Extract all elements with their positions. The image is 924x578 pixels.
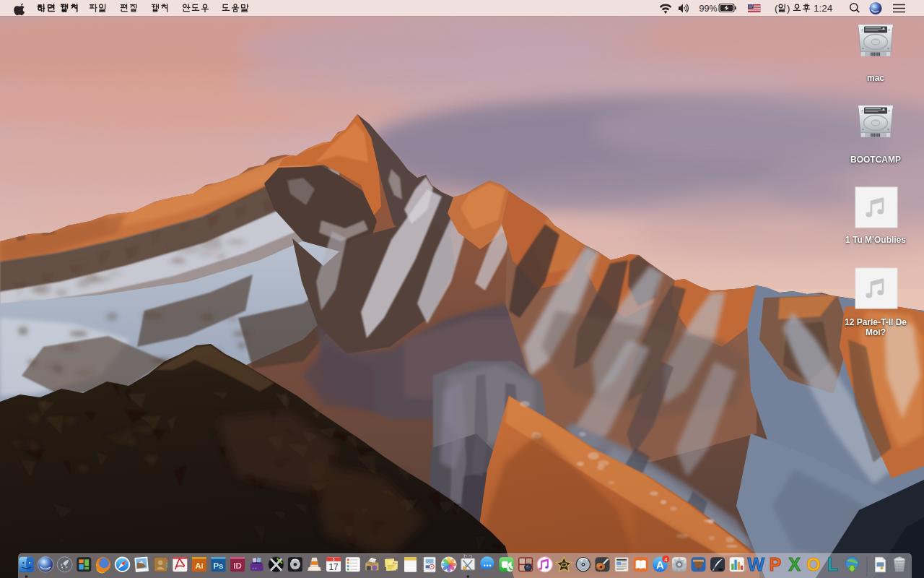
svg-text:Ps: Ps — [213, 561, 223, 570]
svg-text:): ) — [787, 3, 790, 14]
svg-text:X: X — [788, 554, 801, 574]
svg-text:1:24: 1:24 — [814, 3, 833, 14]
svg-text:6: 6 — [333, 557, 335, 561]
svg-text:Ai: Ai — [195, 561, 204, 570]
svg-text:17: 17 — [328, 562, 339, 572]
svg-text:Plan: Plan — [393, 562, 398, 565]
svg-text:ID: ID — [233, 561, 242, 570]
svg-text:(: ( — [775, 3, 778, 14]
svg-text:W: W — [747, 554, 764, 574]
svg-text:4: 4 — [664, 556, 667, 563]
svg-text:L: L — [827, 554, 838, 574]
svg-text:P: P — [770, 554, 782, 574]
svg-text:O: O — [806, 554, 820, 574]
svg-text:99%: 99% — [699, 4, 717, 14]
